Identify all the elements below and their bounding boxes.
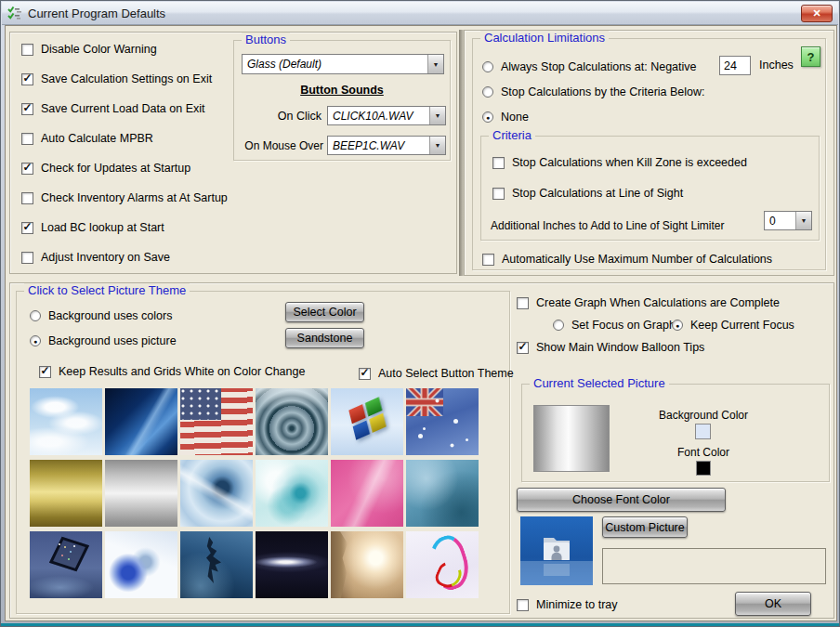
- thumbnail-silver-gradient[interactable]: [105, 460, 177, 527]
- checkbox-create-graph[interactable]: Create Graph When Calculations are Compl…: [517, 295, 780, 310]
- check-mark: ✓: [22, 162, 32, 173]
- on-mouse-over-sound-combo[interactable]: BEEP1C.WAV ▼: [327, 136, 446, 155]
- checkbox-balloon-tips[interactable]: ✓ Show Main Window Balloon Tips: [517, 340, 704, 355]
- button-sounds-heading: Button Sounds: [234, 84, 450, 97]
- title-bar: Current Program Defaults ✕: [2, 2, 838, 25]
- desktop-edge: [1, 623, 839, 626]
- buttons-group: Buttons Glass (Default) ▼ Button Sounds …: [233, 40, 451, 161]
- checkbox-label: Stop Calculations when Kill Zone is exce…: [512, 156, 747, 169]
- sandstone-button[interactable]: Sandstone: [285, 328, 364, 348]
- thumbnail-american-flag[interactable]: [180, 388, 253, 455]
- choose-font-color-button[interactable]: Choose Font Color: [517, 488, 726, 512]
- checkbox-kill-zone[interactable]: Stop Calculations when Kill Zone is exce…: [492, 155, 747, 170]
- radio-always-stop[interactable]: Always Stop Calculations at: Negative: [482, 59, 697, 74]
- ok-button[interactable]: OK: [735, 592, 811, 616]
- checkbox-label: Disable Color Warning: [41, 43, 157, 56]
- radio-keep-current-focus[interactable]: ● Keep Current Focus: [672, 318, 794, 333]
- combo-value: CLICK10A.WAV: [328, 107, 429, 124]
- checkbox-label: Stop Calculations at Line of Sight: [512, 187, 683, 200]
- custom-picture-path-box[interactable]: [602, 548, 826, 584]
- radio-none[interactable]: ● None: [482, 110, 529, 124]
- button-style-combo[interactable]: Glass (Default) ▼: [242, 54, 444, 74]
- theme-thumbnail-grid: [30, 388, 479, 598]
- picture-theme-title: Click to Select Picture Theme: [24, 283, 190, 297]
- checkbox-line-of-sight[interactable]: Stop Calculations at Line of Sight: [492, 186, 683, 201]
- checkbox-inventory-alarms[interactable]: Check Inventory Alarms at At Sartup: [21, 190, 228, 205]
- checkbox-adjust-inventory[interactable]: Adjust Inventory on Save: [21, 250, 170, 265]
- general-options-panel: Disable Color Warning ✓ Save Calculation…: [9, 32, 457, 274]
- checkbox-load-bc-lookup[interactable]: ✓ Load BC lookup at Start: [21, 220, 164, 235]
- on-click-sound-combo[interactable]: CLICK10A.WAV ▼: [327, 106, 446, 125]
- thumbnail-gold-gradient[interactable]: [30, 460, 102, 527]
- close-button[interactable]: ✕: [801, 5, 833, 22]
- checkbox-label: Minimize to tray: [536, 598, 618, 611]
- checkbox-box: [21, 252, 33, 264]
- radio-label: Background uses colors: [48, 309, 172, 322]
- custom-picture-folder-icon: [520, 516, 593, 585]
- help-button[interactable]: ?: [801, 46, 820, 67]
- chevron-down-icon[interactable]: ▼: [429, 137, 445, 154]
- thumbnail-blue-abstract[interactable]: [105, 388, 177, 455]
- thumbnail-windows-logo[interactable]: [331, 388, 403, 455]
- thumbnail-blue-swirl[interactable]: [180, 460, 253, 527]
- radio-label: Stop Calculations by the Criteria Below:: [501, 85, 705, 98]
- checkbox-save-calc-settings[interactable]: ✓ Save Calculation Settings on Exit: [21, 72, 212, 86]
- on-click-label: On Click: [234, 110, 322, 123]
- picture-theme-group: Click to Select Picture Theme Background…: [16, 291, 510, 614]
- checkbox-box: [517, 297, 529, 309]
- checkbox-keep-results-white[interactable]: ✓ Keep Results and Grids White on Color …: [39, 364, 305, 379]
- thumbnail-beach-sunset[interactable]: [331, 531, 403, 598]
- checkbox-check-updates[interactable]: ✓ Check for Updates at Startup: [21, 161, 190, 176]
- checkbox-minimize-to-tray[interactable]: Minimize to tray: [517, 597, 618, 612]
- checkbox-auto-select-button-theme[interactable]: ✓ Auto Select Button Theme: [359, 366, 514, 381]
- thumbnail-blue-splash[interactable]: [180, 531, 253, 598]
- background-color-swatch[interactable]: [695, 424, 711, 439]
- inches-input[interactable]: [719, 56, 751, 75]
- thumbnail-pink-gradient[interactable]: [331, 460, 403, 527]
- thumbnail-water-ripple[interactable]: [256, 388, 328, 455]
- checkbox-label: Check Inventory Alarms at At Sartup: [41, 191, 228, 204]
- checkbox-label: Auto Calculate MPBR: [41, 132, 153, 145]
- thumbnail-blue-flowers[interactable]: [105, 531, 177, 598]
- combo-value: Glass (Default): [243, 55, 427, 73]
- thumbnail-teal-blur[interactable]: [406, 460, 479, 527]
- checkbox-label: Show Main Window Balloon Tips: [536, 341, 704, 354]
- check-mark: ✓: [40, 365, 49, 376]
- radio-stop-by-criteria[interactable]: Stop Calculations by the Criteria Below:: [482, 85, 705, 99]
- chevron-down-icon[interactable]: ▼: [427, 55, 443, 73]
- chevron-down-icon[interactable]: ▼: [429, 107, 445, 124]
- window-title: Current Program Defaults: [28, 7, 801, 20]
- chevron-down-icon[interactable]: ▼: [795, 212, 811, 229]
- checkbox-label: Create Graph When Calculations are Compl…: [536, 296, 780, 309]
- thumbnail-light-streak[interactable]: [256, 531, 328, 598]
- radio-label: Background uses picture: [48, 334, 177, 347]
- checkbox-label: Keep Results and Grids White on Color Ch…: [59, 365, 305, 378]
- checkbox-label: Save Calculation Settings on Exit: [41, 72, 212, 85]
- radio-background-colors[interactable]: Background uses colors: [30, 308, 172, 323]
- criteria-title: Criteria: [489, 128, 535, 142]
- app-checklist-icon: [7, 6, 22, 20]
- checkbox-box: ✓: [517, 342, 529, 354]
- checkbox-auto-max-calculations[interactable]: Automatically Use Maximum Number of Calc…: [482, 252, 772, 267]
- custom-picture-button[interactable]: Custom Picture: [602, 516, 688, 538]
- thumbnail-ribbons[interactable]: [406, 531, 479, 598]
- checkbox-label: Auto Select Button Theme: [378, 367, 514, 380]
- checkbox-disable-color-warning[interactable]: Disable Color Warning: [21, 42, 157, 57]
- select-color-button[interactable]: Select Color: [285, 302, 364, 322]
- checkbox-auto-calculate-mpbr[interactable]: Auto Calculate MPBR: [21, 131, 153, 146]
- selected-picture-preview: [533, 405, 610, 472]
- thumbnail-cyan-flowers[interactable]: [256, 460, 328, 527]
- additional-inches-combo[interactable]: 0 ▼: [764, 211, 812, 230]
- check-mark: ✓: [22, 72, 32, 84]
- font-color-swatch[interactable]: [696, 461, 711, 476]
- thumbnail-wire-cube[interactable]: [30, 531, 102, 598]
- checkbox-save-load-data[interactable]: ✓ Save Current Load Data on Exit: [21, 101, 205, 116]
- radio-circle: [482, 61, 493, 72]
- radio-circle: [482, 86, 493, 98]
- thumbnail-sky-clouds[interactable]: [30, 388, 102, 455]
- help-icon: ?: [807, 50, 815, 64]
- radio-set-focus-graph[interactable]: Set Focus on Graph: [553, 318, 676, 333]
- checkbox-box: ✓: [21, 222, 33, 234]
- radio-background-picture[interactable]: ● Background uses picture: [30, 333, 177, 348]
- thumbnail-australian-flag[interactable]: [406, 388, 479, 455]
